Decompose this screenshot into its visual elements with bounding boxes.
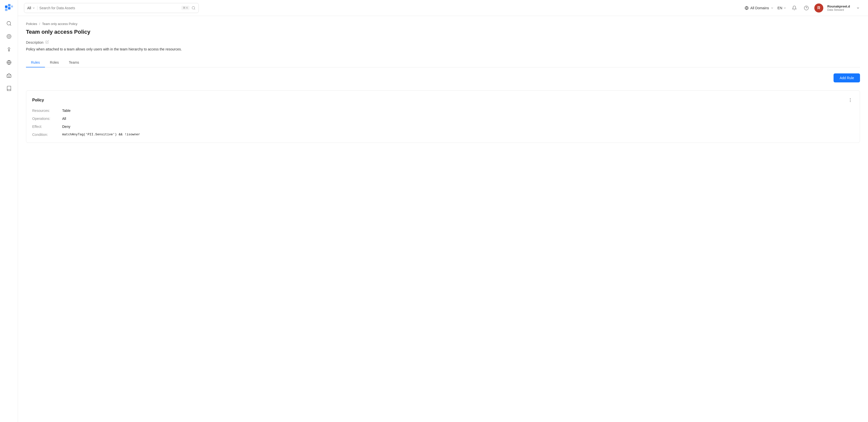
tab-teams[interactable]: Teams — [64, 58, 84, 67]
user-dropdown-button[interactable] — [854, 4, 862, 12]
policy-card: Policy Resources: Table Operations: All … — [26, 90, 860, 143]
sidebar-item-governance[interactable] — [3, 70, 14, 81]
svg-point-15 — [192, 6, 195, 9]
effect-value: Deny — [62, 125, 70, 129]
condition-value: matchAnyTag('PII.Sensitive') && !isowner — [62, 132, 140, 136]
app-logo[interactable] — [4, 3, 14, 13]
sidebar-item-explore[interactable] — [3, 18, 14, 29]
user-role: Data Steward — [827, 8, 850, 11]
svg-point-5 — [7, 22, 10, 25]
add-rule-button[interactable]: Add Rule — [834, 73, 860, 82]
sidebar — [0, 0, 18, 422]
breadcrumb-separator: / — [39, 22, 40, 26]
policy-card-title: Policy — [32, 98, 44, 102]
domain-selector[interactable]: All Domains — [744, 6, 774, 10]
content-area: Policies / Team only access Policy Team … — [18, 16, 868, 422]
breadcrumb-parent[interactable]: Policies — [26, 22, 37, 26]
domain-label: All Domains — [750, 6, 769, 10]
condition-label: Condition: — [32, 132, 62, 137]
user-name: Rounakpreet.d — [827, 4, 850, 8]
tab-rules[interactable]: Rules — [26, 58, 45, 67]
pencil-icon — [45, 40, 49, 44]
svg-rect-4 — [11, 5, 13, 7]
topbar: All ⌘ K All Domains EN R — [18, 0, 868, 16]
notifications-button[interactable] — [790, 4, 798, 12]
policy-row-effect: Effect: Deny — [32, 125, 854, 129]
operations-label: Operations: — [32, 117, 62, 121]
policy-details: Resources: Table Operations: All Effect:… — [32, 109, 854, 137]
ellipsis-icon — [848, 98, 853, 102]
policy-card-header: Policy — [32, 97, 854, 103]
search-input[interactable] — [39, 6, 179, 10]
svg-line-16 — [194, 9, 195, 9]
breadcrumb-current: Team only access Policy — [42, 22, 78, 26]
breadcrumb: Policies / Team only access Policy — [26, 22, 860, 26]
chevron-down-icon — [32, 6, 35, 9]
sidebar-item-domains[interactable] — [3, 57, 14, 68]
help-button[interactable] — [802, 4, 810, 12]
svg-rect-12 — [7, 75, 11, 78]
svg-point-7 — [7, 34, 11, 39]
bell-icon — [792, 5, 797, 10]
sidebar-item-insights[interactable] — [3, 44, 14, 55]
tabs: Rules Roles Teams — [26, 58, 860, 67]
more-options-button[interactable] — [847, 97, 854, 103]
svg-point-23 — [850, 101, 851, 102]
policy-row-condition: Condition: matchAnyTag('PII.Sensitive') … — [32, 132, 854, 137]
svg-line-6 — [10, 25, 11, 26]
svg-point-8 — [8, 35, 10, 37]
topbar-right: All Domains EN R Rounakpreet.d Data Stew… — [744, 3, 862, 12]
svg-point-19 — [804, 6, 809, 10]
edit-description-button[interactable] — [45, 40, 49, 44]
svg-point-22 — [850, 100, 851, 101]
tab-roles[interactable]: Roles — [45, 58, 64, 67]
user-info[interactable]: Rounakpreet.d Data Steward — [827, 4, 850, 11]
effect-label: Effect: — [32, 125, 62, 129]
rules-header: Add Rule — [26, 73, 860, 86]
svg-rect-3 — [8, 7, 10, 9]
svg-rect-1 — [8, 4, 10, 6]
resources-label: Resources: — [32, 109, 62, 113]
user-chevron-icon — [856, 6, 860, 10]
search-bar: All ⌘ K — [24, 3, 199, 13]
svg-rect-0 — [5, 5, 7, 8]
lang-label: EN — [778, 6, 782, 10]
search-shortcut: ⌘ K — [181, 6, 189, 10]
avatar[interactable]: R — [814, 3, 823, 12]
operations-value: All — [62, 117, 66, 121]
description-text: Policy when attached to a team allows on… — [26, 47, 860, 52]
svg-point-9 — [8, 48, 10, 50]
main-area: All ⌘ K All Domains EN R — [18, 0, 868, 422]
description-label: Description — [26, 40, 860, 44]
policy-row-resources: Resources: Table — [32, 109, 854, 113]
language-selector[interactable]: EN — [778, 6, 786, 10]
page-title: Team only access Policy — [26, 29, 860, 35]
sidebar-item-knowledge[interactable] — [3, 83, 14, 94]
help-icon — [804, 5, 809, 10]
resources-value: Table — [62, 109, 70, 113]
svg-rect-2 — [5, 8, 7, 11]
policy-row-operations: Operations: All — [32, 117, 854, 121]
search-all-label: All — [27, 6, 31, 10]
lang-chevron-icon — [783, 6, 786, 9]
sidebar-item-quality[interactable] — [3, 31, 14, 42]
domain-chevron-icon — [771, 6, 774, 9]
search-all-button[interactable]: All — [27, 6, 37, 10]
svg-point-21 — [850, 98, 851, 99]
search-icon — [191, 6, 195, 10]
globe-icon — [744, 6, 749, 10]
